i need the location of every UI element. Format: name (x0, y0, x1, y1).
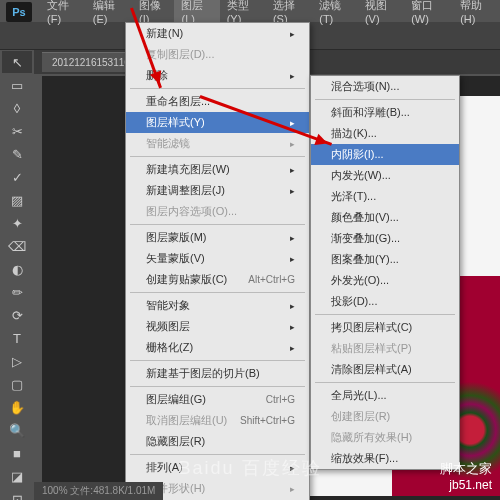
menu-item: 图层内容选项(O)... (126, 201, 309, 222)
menu-item[interactable]: 视频图层 (126, 316, 309, 337)
layer-menu: 新建(N)复制图层(D)...删除重命名图层...图层样式(Y)智能滤镜新建填充… (125, 22, 310, 500)
tool-5[interactable]: ✓ (2, 166, 32, 188)
menu-item[interactable]: 内发光(W)... (311, 165, 459, 186)
menu-item-label: 渐变叠加(G)... (331, 231, 400, 246)
menu-item[interactable]: 智能对象 (126, 295, 309, 316)
menu-7[interactable]: 视图(V) (358, 0, 404, 28)
menu-8[interactable]: 窗口(W) (404, 0, 453, 28)
tool-4[interactable]: ✎ (2, 143, 32, 165)
menu-item[interactable]: 图层蒙版(M) (126, 227, 309, 248)
menu-9[interactable]: 帮助(H) (453, 0, 500, 28)
tool-9[interactable]: ◐ (2, 258, 32, 280)
menu-item[interactable]: 颜色叠加(V)... (311, 207, 459, 228)
menu-item-label: 投影(D)... (331, 294, 377, 309)
separator (130, 386, 305, 387)
menu-item[interactable]: 删除 (126, 65, 309, 86)
menu-item[interactable]: 重命名图层... (126, 91, 309, 112)
menu-item[interactable]: 新建调整图层(J) (126, 180, 309, 201)
tool-7[interactable]: ✦ (2, 212, 32, 234)
separator (130, 156, 305, 157)
menu-item[interactable]: 图案叠加(Y)... (311, 249, 459, 270)
menu-item-label: 图层蒙版(M) (146, 230, 207, 245)
menu-item-label: 拷贝图层样式(C) (331, 320, 412, 335)
menu-item[interactable]: 内阴影(I)... (311, 144, 459, 165)
menu-item[interactable]: 新建(N) (126, 23, 309, 44)
tool-16[interactable]: 🔍 (2, 419, 32, 441)
separator (315, 314, 455, 315)
menu-item-label: 矢量蒙版(V) (146, 251, 205, 266)
separator (130, 360, 305, 361)
tool-14[interactable]: ▢ (2, 373, 32, 395)
menu-item-label: 新建填充图层(W) (146, 162, 230, 177)
menu-item[interactable]: 新建基于图层的切片(B) (126, 363, 309, 384)
menu-item[interactable]: 渐变叠加(G)... (311, 228, 459, 249)
tool-19[interactable]: ⊡ (2, 488, 32, 500)
menu-item[interactable]: 创建剪贴蒙版(C)Alt+Ctrl+G (126, 269, 309, 290)
menu-item[interactable]: 图层样式(Y) (126, 112, 309, 133)
separator (130, 88, 305, 89)
menu-item: 隐藏所有效果(H) (311, 427, 459, 448)
tool-2[interactable]: ◊ (2, 97, 32, 119)
menu-item-label: 光泽(T)... (331, 189, 376, 204)
menu-item-label: 智能对象 (146, 298, 190, 313)
menu-item[interactable]: 新建填充图层(W) (126, 159, 309, 180)
menu-item[interactable]: 光泽(T)... (311, 186, 459, 207)
menu-item-label: 内发光(W)... (331, 168, 391, 183)
tool-8[interactable]: ⌫ (2, 235, 32, 257)
menu-item-label: 缩放效果(F)... (331, 451, 398, 466)
menu-item-label: 清除图层样式(A) (331, 362, 412, 377)
tool-13[interactable]: ▷ (2, 350, 32, 372)
menu-item-label: 创建图层(R) (331, 409, 390, 424)
menu-item-label: 图层样式(Y) (146, 115, 205, 130)
menu-item[interactable]: 栅格化(Z) (126, 337, 309, 358)
menu-item[interactable]: 投影(D)... (311, 291, 459, 312)
menu-item-label: 取消图层编组(U) (146, 413, 227, 428)
tool-12[interactable]: T (2, 327, 32, 349)
menu-item[interactable]: 外发光(O)... (311, 270, 459, 291)
menu-item[interactable]: 隐藏图层(R) (126, 431, 309, 452)
tool-1[interactable]: ▭ (2, 74, 32, 96)
menu-item-label: 图层编组(G) (146, 392, 206, 407)
menu-item-label: 智能滤镜 (146, 136, 190, 151)
menu-item-label: 重命名图层... (146, 94, 210, 109)
menu-item-label: 新建(N) (146, 26, 183, 41)
tool-17[interactable]: ■ (2, 442, 32, 464)
tool-0[interactable]: ↖ (2, 51, 32, 73)
menu-item[interactable]: 矢量蒙版(V) (126, 248, 309, 269)
menu-item[interactable]: 混合选项(N)... (311, 76, 459, 97)
menu-item[interactable]: 图层编组(G)Ctrl+G (126, 389, 309, 410)
tool-10[interactable]: ✏ (2, 281, 32, 303)
tool-15[interactable]: ✋ (2, 396, 32, 418)
menu-item-label: 混合选项(N)... (331, 79, 399, 94)
tool-18[interactable]: ◪ (2, 465, 32, 487)
menu-item-label: 删除 (146, 68, 168, 83)
tool-11[interactable]: ⟳ (2, 304, 32, 326)
menu-item-label: 描边(K)... (331, 126, 377, 141)
shortcut: Ctrl+G (266, 394, 295, 405)
separator (130, 454, 305, 455)
menu-item-label: 新建调整图层(J) (146, 183, 225, 198)
menu-item[interactable]: 全局光(L)... (311, 385, 459, 406)
menu-item-label: 外发光(O)... (331, 273, 389, 288)
separator (130, 224, 305, 225)
menu-item[interactable]: 拷贝图层样式(C) (311, 317, 459, 338)
menu-item[interactable]: 缩放效果(F)... (311, 448, 459, 469)
menu-item-label: 斜面和浮雕(B)... (331, 105, 410, 120)
menu-item-label: 全局光(L)... (331, 388, 387, 403)
menu-item: 复制图层(D)... (126, 44, 309, 65)
tool-3[interactable]: ✂ (2, 120, 32, 142)
toolbar: ↖▭◊✂✎✓▨✦⌫◐✏⟳T▷▢✋🔍■◪⊡ (0, 50, 34, 500)
layer-style-submenu: 混合选项(N)...斜面和浮雕(B)...描边(K)...内阴影(I)...内发… (310, 75, 460, 470)
watermark-main: Baidu 百度经验 (178, 456, 321, 480)
watermark-side: 脚本之家 jb51.net (440, 460, 492, 492)
menu-item[interactable]: 描边(K)... (311, 123, 459, 144)
shortcut: Alt+Ctrl+G (248, 274, 295, 285)
menu-item-label: 图案叠加(Y)... (331, 252, 399, 267)
menu-item[interactable]: 斜面和浮雕(B)... (311, 102, 459, 123)
separator (315, 382, 455, 383)
menu-item[interactable]: 清除图层样式(A) (311, 359, 459, 380)
menu-6[interactable]: 滤镜(T) (312, 0, 358, 28)
menu-item-label: 排列(A) (146, 460, 183, 475)
menu-0[interactable]: 文件(F) (40, 0, 86, 28)
tool-6[interactable]: ▨ (2, 189, 32, 211)
